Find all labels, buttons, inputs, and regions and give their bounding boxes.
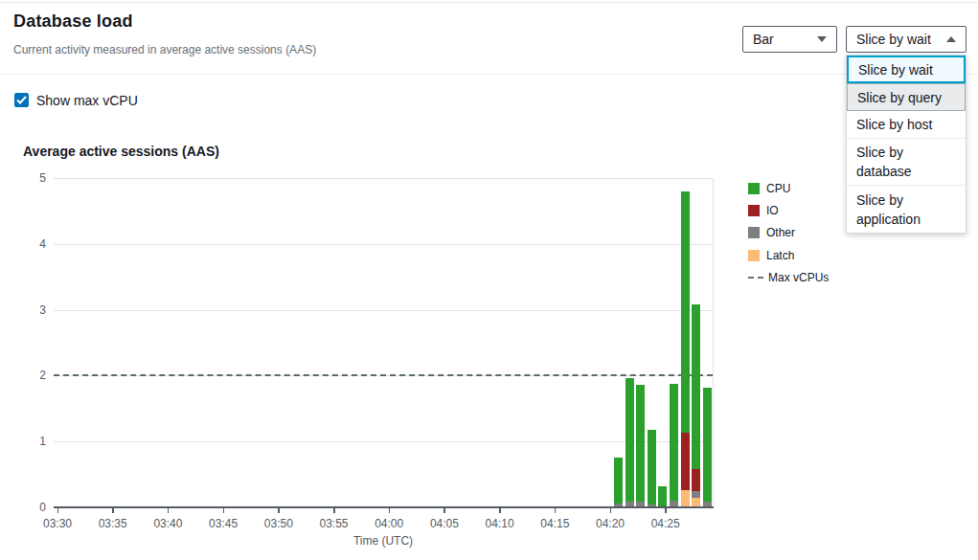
plot-right-gridline [713, 178, 714, 507]
legend-swatch-other [748, 227, 760, 238]
legend-item-io: IO [748, 204, 779, 217]
bar-04:24-cpu [648, 430, 656, 504]
x-axis-line [54, 506, 714, 508]
bar-04:28-cpu [692, 304, 700, 469]
bar-04:21-cpu [614, 458, 623, 503]
max-vcpus-line [54, 374, 713, 376]
x-tick-label-03-30: 03:30 [36, 517, 79, 530]
bar-04:25-cpu [658, 486, 667, 507]
y-tick-label-3: 3 [17, 303, 46, 317]
menu-item-slice-by-wait[interactable]: Slice by wait [847, 56, 966, 83]
x-tick-label-03-50: 03:50 [258, 517, 300, 530]
x-tick-04-20 [610, 508, 612, 513]
legend-item-max-vcpus: Max vCPUs [748, 271, 829, 284]
y-tick-label-5: 5 [17, 171, 46, 185]
bar-04:27-io [681, 433, 690, 490]
x-tick-03-30 [57, 508, 59, 513]
chart-title: Average active sessions (AAS) [23, 144, 219, 159]
x-tick-label-03-55: 03:55 [313, 517, 355, 530]
x-tick-03-45 [223, 508, 225, 513]
bar-04:22-cpu [625, 378, 634, 502]
bar-04:27-latch [681, 490, 690, 507]
y-tick-label-2: 2 [17, 369, 46, 382]
x-tick-label-03-35: 03:35 [92, 517, 134, 530]
slice-by-value: Slice by wait [856, 32, 931, 47]
show-max-vcpu-checkbox[interactable] [14, 93, 29, 107]
page-subtitle: Current activity measured in average act… [13, 43, 316, 56]
gridline-y1 [54, 441, 713, 442]
y-tick-label-1: 1 [17, 435, 46, 448]
legend-label-max-vcpus: Max vCPUs [768, 271, 829, 284]
chart-type-value: Bar [753, 32, 774, 47]
x-tick-label-04-15: 04:15 [534, 517, 576, 530]
x-tick-04-10 [499, 508, 501, 513]
top-border [0, 2, 978, 3]
legend-item-cpu: CPU [748, 182, 790, 195]
x-tick-label-04-25: 04:25 [645, 517, 687, 530]
x-tick-03-40 [168, 508, 170, 513]
x-tick-label-04-10: 04:10 [479, 517, 521, 530]
caret-up-icon [946, 36, 956, 42]
x-tick-label-04-00: 04:00 [368, 517, 410, 530]
y-tick-label-0: 0 [17, 501, 46, 514]
x-tick-label-04-20: 04:20 [589, 517, 631, 530]
gridline-y5 [54, 178, 713, 179]
y-tick-label-4: 4 [17, 237, 46, 251]
bar-04:23-cpu [636, 385, 645, 502]
menu-item-slice-by-database[interactable]: Slice by database [847, 139, 966, 186]
x-tick-03-50 [278, 508, 280, 513]
legend-label-io: IO [766, 204, 779, 217]
caret-down-icon [817, 36, 827, 42]
x-tick-04-00 [389, 508, 391, 513]
show-max-vcpu-label: Show max vCPU [36, 93, 138, 108]
x-tick-03-55 [333, 508, 335, 513]
menu-item-slice-by-host[interactable]: Slice by host [847, 111, 966, 139]
legend-item-latch: Latch [748, 249, 794, 262]
legend-swatch-cpu [748, 183, 760, 194]
gridline-y4 [54, 244, 713, 245]
x-tick-label-03-40: 03:40 [147, 517, 189, 530]
bar-04:28-io [692, 469, 700, 491]
x-axis-title: Time (UTC) [326, 534, 441, 548]
legend-label-cpu: CPU [766, 182, 790, 195]
database-load-widget: Database load Current activity measured … [0, 0, 978, 560]
menu-item-slice-by-application[interactable]: Slice by application [847, 186, 966, 233]
slice-by-dropdown[interactable]: Slice by wait [846, 26, 967, 53]
legend-item-other: Other [748, 226, 795, 239]
gridline-y3 [54, 310, 713, 311]
bar-04:27-cpu [681, 191, 690, 433]
x-tick-label-03-45: 03:45 [202, 517, 244, 530]
legend-swatch-io [748, 205, 760, 216]
slice-by-menu: Slice by waitSlice by querySlice by host… [846, 55, 967, 234]
x-tick-04-15 [555, 508, 557, 513]
menu-item-slice-by-query[interactable]: Slice by query [847, 83, 966, 111]
chart-type-dropdown[interactable]: Bar [742, 26, 837, 53]
x-tick-label-04-05: 04:05 [423, 517, 466, 530]
legend-label-latch: Latch [766, 249, 794, 262]
legend-swatch-latch [748, 250, 760, 261]
legend-dash-icon [748, 277, 763, 279]
bar-04:29-cpu [703, 388, 712, 501]
bar-04:28-other [692, 491, 700, 498]
x-tick-04-25 [665, 508, 667, 513]
bar-04:26-cpu [670, 384, 678, 501]
header-divider [0, 74, 978, 75]
legend-label-other: Other [766, 226, 795, 239]
x-tick-04-05 [444, 508, 445, 513]
page-title: Database load [13, 11, 133, 32]
x-tick-03-35 [112, 508, 114, 513]
checkmark-icon [16, 96, 27, 104]
